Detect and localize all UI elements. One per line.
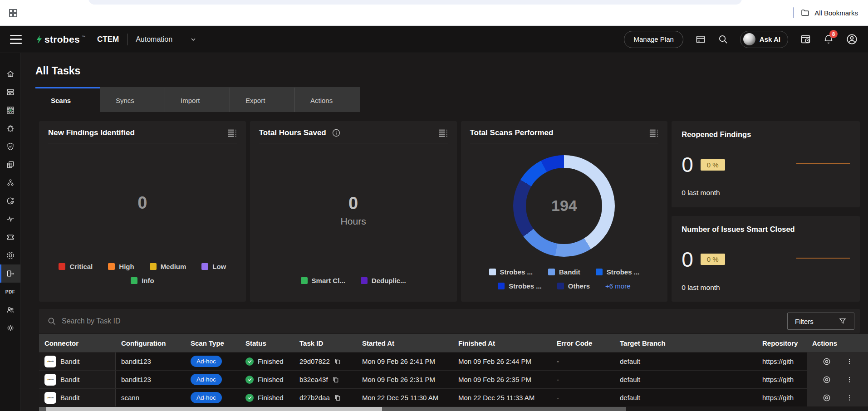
view-icon[interactable] [822, 357, 831, 366]
sidebar-item-compliance[interactable] [0, 137, 20, 156]
browser-address-bar[interactable] [88, 0, 742, 5]
copy-icon[interactable] [334, 394, 341, 401]
sidebar-item-activity[interactable] [0, 210, 20, 228]
legend-label: Strobes ... [500, 268, 533, 276]
legend-item[interactable]: Smart Cl... [301, 277, 345, 284]
legend-item[interactable]: Deduplic... [361, 277, 406, 284]
sidebar-item-users[interactable] [0, 301, 20, 319]
legend-label: High [119, 263, 134, 270]
sidebar-item-home[interactable] [0, 65, 20, 83]
column-header[interactable]: Finished At [453, 334, 551, 352]
column-header[interactable]: Started At [357, 334, 453, 352]
search-icon[interactable] [718, 34, 728, 44]
tab-syncs[interactable]: Syncs [100, 87, 165, 112]
sidebar-item-dashboard[interactable] [0, 83, 20, 101]
kebab-menu-icon[interactable] [846, 357, 853, 366]
legend-item[interactable]: Info [131, 277, 154, 284]
configuration-cell: bandit123 [116, 371, 185, 388]
column-header[interactable]: Actions [807, 334, 868, 352]
legend-item[interactable]: Others [557, 282, 590, 290]
menu-hamburger-icon[interactable] [10, 35, 22, 44]
column-header[interactable]: Configuration [116, 334, 185, 352]
legend-item[interactable]: Strobes ... [596, 268, 640, 276]
status-label: Finished [258, 357, 284, 365]
hours-unit-label: Hours [341, 216, 366, 227]
bolt-icon [35, 34, 43, 45]
ask-ai-button[interactable]: Ask AI [740, 31, 788, 48]
sidebar-item-vulnerabilities[interactable] [0, 119, 20, 137]
scrollbar-thumb[interactable] [46, 407, 382, 411]
column-header[interactable]: Scan Type [185, 334, 240, 352]
kebab-menu-icon[interactable] [846, 394, 853, 402]
legend-item[interactable]: Bandit [548, 268, 580, 276]
horizontal-scrollbar[interactable] [39, 407, 626, 411]
sidebar-item-reports-active[interactable] [0, 264, 20, 283]
search-input[interactable] [62, 317, 787, 325]
sidebar-item-apps[interactable] [0, 101, 20, 119]
module-selector-label[interactable]: Automation [136, 35, 172, 44]
legend-item[interactable]: Critical [59, 263, 93, 270]
legend-more-link[interactable]: +6 more [605, 282, 630, 290]
kpi-title: Reopened Findings [682, 130, 850, 139]
sidebar-item-tickets[interactable] [0, 228, 20, 246]
sidebar-item-integrations[interactable] [0, 174, 20, 192]
legend-label: Info [142, 277, 154, 284]
table-row[interactable]: Bandit Bandit bandit123 Ad-hoc Finished … [39, 352, 868, 370]
sidebar-item-pdf[interactable]: PDF [0, 283, 20, 301]
chevron-down-icon[interactable] [190, 36, 197, 43]
legend-label: Strobes ... [509, 282, 542, 290]
connector-logo: Bandit [44, 356, 56, 367]
copy-icon[interactable] [334, 358, 341, 365]
sidebar-item-settings[interactable] [0, 319, 20, 337]
legend-item[interactable]: Low [201, 263, 226, 270]
pdf-icon: PDF [5, 289, 15, 294]
manage-plan-button[interactable]: Manage Plan [624, 31, 683, 48]
sidebar-item-assets[interactable] [0, 156, 20, 174]
notifications-bell-icon[interactable]: 8 [823, 34, 834, 45]
view-icon[interactable] [822, 393, 831, 402]
tab-actions[interactable]: Actions [295, 87, 360, 112]
error-code-cell: - [551, 389, 614, 406]
tab-import[interactable]: Import [165, 87, 230, 112]
legend-label: Critical [69, 263, 93, 270]
target-branch-cell: default [614, 389, 757, 406]
reopened-value: 0 [682, 154, 693, 175]
legend-item[interactable]: Medium [150, 263, 186, 270]
scans-donut-chart[interactable]: 194 [513, 155, 615, 257]
info-icon[interactable] [332, 128, 341, 137]
column-header[interactable]: Status [240, 334, 294, 352]
filters-button[interactable]: Filters [787, 313, 854, 330]
legend-item[interactable]: High [108, 263, 134, 270]
account-avatar-icon[interactable] [846, 33, 858, 45]
billing-card-icon[interactable] [695, 34, 706, 45]
copy-icon[interactable] [332, 376, 339, 383]
chart-context-menu-icon[interactable] [228, 129, 237, 137]
actions-cell [807, 352, 868, 370]
tab-scans[interactable]: Scans [35, 87, 100, 112]
column-header[interactable]: Target Branch [614, 334, 757, 352]
legend-item[interactable]: Strobes ... [489, 268, 533, 276]
scans-total-value: 194 [551, 197, 577, 215]
app-header: strobes ™ CTEM Automation Manage Plan As… [0, 26, 868, 53]
kebab-menu-icon[interactable] [846, 376, 853, 384]
chart-context-menu-icon[interactable] [649, 129, 658, 137]
table-row[interactable]: Bandit Bandit bandit123 Ad-hoc Finished … [39, 370, 868, 388]
all-bookmarks-button[interactable]: All Bookmarks [800, 8, 858, 18]
column-header[interactable]: Repository [757, 334, 807, 352]
view-icon[interactable] [822, 375, 831, 384]
column-header[interactable]: Connector [39, 334, 116, 352]
target-branch-cell: default [614, 371, 757, 388]
legend-item[interactable]: Strobes ... [498, 282, 542, 290]
tab-export[interactable]: Export [230, 87, 295, 112]
task-search-bar: Filters [39, 309, 860, 333]
sidebar-item-attack-surface[interactable] [0, 246, 20, 264]
table-row[interactable]: Bandit Bandit scann Ad-hoc Finished d27b… [39, 388, 868, 406]
scheduled-tasks-icon[interactable] [800, 34, 811, 45]
strobes-logo[interactable]: strobes ™ [35, 34, 85, 45]
sidebar-item-automation[interactable] [0, 192, 20, 210]
browser-apps-grid-icon[interactable] [6, 6, 20, 20]
chart-context-menu-icon[interactable] [439, 129, 448, 137]
column-header[interactable]: Error Code [551, 334, 614, 352]
column-header[interactable]: Task ID [294, 334, 357, 352]
task-id-cell: d27b2daa [294, 389, 357, 406]
